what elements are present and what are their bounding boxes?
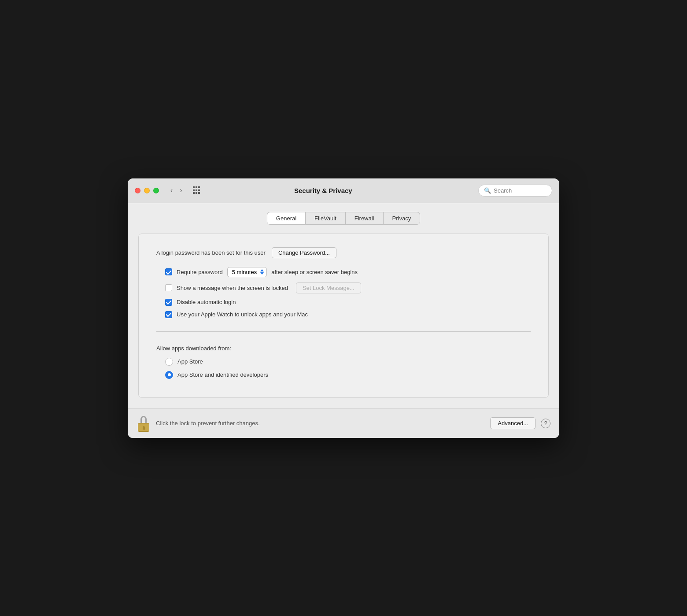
traffic-lights xyxy=(135,188,159,193)
show-message-checkbox[interactable] xyxy=(165,284,172,291)
system-preferences-window: ‹ › Security & Privacy 🔍 General FileVau… xyxy=(128,178,559,438)
tab-privacy[interactable]: Privacy xyxy=(383,212,421,225)
tab-firewall[interactable]: Firewall xyxy=(345,212,384,225)
radio-app-store-label: App Store xyxy=(177,358,203,365)
advanced-button[interactable]: Advanced... xyxy=(490,417,536,429)
apple-watch-checkbox[interactable] xyxy=(165,311,172,318)
radio-identified-row: App Store and identified developers xyxy=(165,371,531,379)
dropdown-value: 5 minutes xyxy=(232,269,257,275)
allow-apps-label: Allow apps downloaded from: xyxy=(156,345,531,352)
maximize-button[interactable] xyxy=(153,188,159,193)
radio-app-store-row: App Store xyxy=(165,358,531,366)
radio-identified-label: App Store and identified developers xyxy=(177,371,268,378)
disable-login-label: Disable automatic login xyxy=(177,299,236,305)
bottom-bar: Click the lock to prevent further change… xyxy=(128,408,559,438)
chevron-down-icon xyxy=(260,272,264,275)
require-password-checkbox[interactable] xyxy=(165,268,172,275)
minimize-button[interactable] xyxy=(144,188,150,193)
password-timeout-dropdown[interactable]: 5 minutes xyxy=(227,267,267,277)
titlebar: ‹ › Security & Privacy 🔍 xyxy=(128,178,559,203)
tab-filevault[interactable]: FileVault xyxy=(305,212,346,225)
lock-keyhole xyxy=(143,426,145,430)
password-label: A login password has been set for this u… xyxy=(156,249,266,256)
dropdown-arrows xyxy=(260,269,264,275)
lock-shackle xyxy=(140,416,147,423)
lock-body xyxy=(138,423,149,432)
lock-status-text: Click the lock to prevent further change… xyxy=(156,420,485,427)
show-message-label: Show a message when the screen is locked xyxy=(177,285,288,291)
close-button[interactable] xyxy=(135,188,140,193)
help-button[interactable]: ? xyxy=(541,419,550,428)
radio-app-store[interactable] xyxy=(165,358,173,366)
section-divider xyxy=(156,331,531,332)
window-title: Security & Privacy xyxy=(174,187,473,194)
show-message-row: Show a message when the screen is locked… xyxy=(165,282,531,293)
require-password-suffix: after sleep or screen saver begins xyxy=(271,269,358,275)
search-box[interactable]: 🔍 xyxy=(478,185,552,197)
chevron-up-icon xyxy=(260,269,264,271)
settings-panel: A login password has been set for this u… xyxy=(138,234,549,398)
require-password-label: Require password xyxy=(177,269,223,275)
search-icon: 🔍 xyxy=(484,187,491,194)
content-area: General FileVault Firewall Privacy A log… xyxy=(128,203,559,408)
radio-identified-developers[interactable] xyxy=(165,371,173,379)
apple-watch-label: Use your Apple Watch to unlock apps and … xyxy=(177,311,308,318)
tab-bar: General FileVault Firewall Privacy xyxy=(138,212,549,225)
disable-login-row: Disable automatic login xyxy=(165,299,531,306)
set-lock-message-button[interactable]: Set Lock Message... xyxy=(296,282,361,293)
disable-login-checkbox[interactable] xyxy=(165,299,172,306)
password-row: A login password has been set for this u… xyxy=(156,247,531,258)
change-password-button[interactable]: Change Password... xyxy=(272,247,336,258)
require-password-row: Require password 5 minutes after sleep o… xyxy=(165,267,531,277)
lock-icon[interactable] xyxy=(137,415,151,432)
search-input[interactable] xyxy=(494,187,547,194)
apple-watch-row: Use your Apple Watch to unlock apps and … xyxy=(165,311,531,318)
tab-general[interactable]: General xyxy=(267,212,306,225)
